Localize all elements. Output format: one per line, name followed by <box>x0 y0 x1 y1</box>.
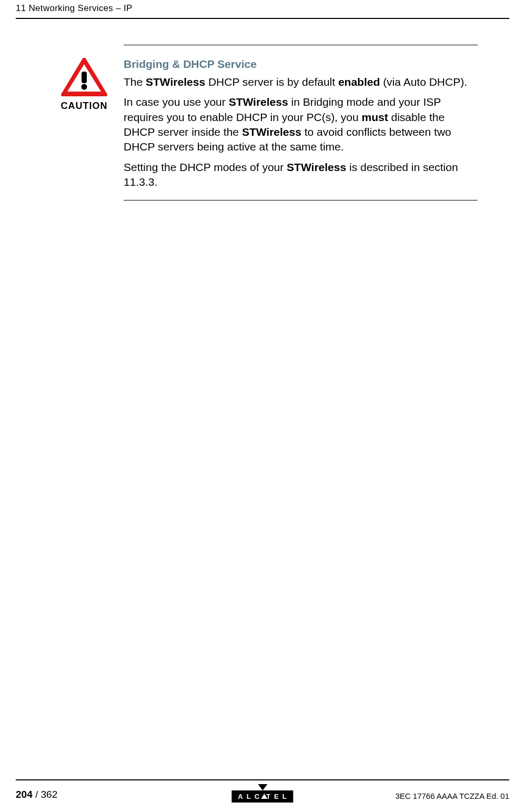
caution-para-3: Setting the DHCP modes of your STWireles… <box>124 160 478 190</box>
page-sep: / <box>33 789 41 800</box>
caution-para-1: The STWireless DHCP server is by default… <box>124 75 478 89</box>
document-id: 3EC 17766 AAAA TCZZA Ed. 01 <box>395 791 509 800</box>
page-current: 204 <box>16 789 33 800</box>
page-footer: 204 / 362 ALCTEL 3EC 17766 AAAA TCZZA Ed… <box>16 785 509 800</box>
caution-title: Bridging & DHCP Service <box>124 58 478 71</box>
page-number: 204 / 362 <box>16 789 57 800</box>
note-rule-top <box>124 45 478 45</box>
brand-logo: ALCTEL <box>231 790 293 803</box>
svg-rect-2 <box>82 72 87 83</box>
page-header: 11 Networking Services – IP <box>16 3 509 14</box>
caution-icon <box>60 58 108 97</box>
caution-para-2: In case you use your STWireless in Bridg… <box>124 95 478 154</box>
footer-rule <box>16 779 509 780</box>
svg-point-3 <box>82 84 87 90</box>
caution-label: CAUTION <box>61 101 108 112</box>
breadcrumb: 11 Networking Services – IP <box>16 3 133 13</box>
caution-block: CAUTION <box>53 58 116 112</box>
brand-triangle-down-icon <box>258 784 267 790</box>
brand-wordmark: ALCTEL <box>231 790 293 803</box>
note-rule-bottom <box>124 200 478 201</box>
header-rule <box>16 18 509 19</box>
page-total: 362 <box>41 789 58 800</box>
caution-body: Bridging & DHCP Service The STWireless D… <box>124 58 478 195</box>
